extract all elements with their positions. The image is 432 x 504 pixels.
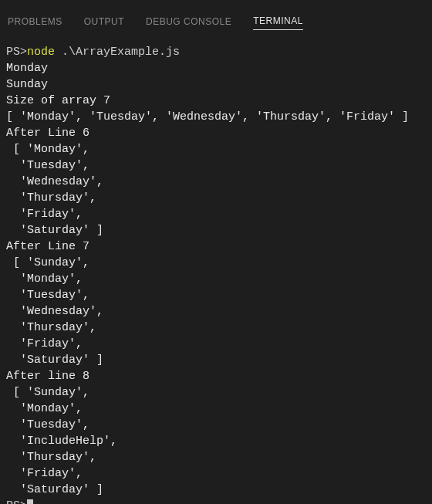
- output-line: 'IncludeHelp',: [6, 435, 117, 448]
- tab-terminal[interactable]: TERMINAL: [253, 15, 303, 30]
- output-line: 'Monday',: [6, 402, 83, 415]
- title-bar: [0, 0, 432, 9]
- output-line: After Line 7: [6, 240, 89, 253]
- output-line: Monday: [6, 62, 48, 75]
- output-line: 'Thursday',: [6, 321, 96, 334]
- tab-output[interactable]: OUTPUT: [84, 16, 124, 30]
- output-line: [ 'Monday',: [6, 143, 89, 156]
- command-node: node: [27, 46, 55, 59]
- output-line: 'Saturday' ]: [6, 483, 103, 496]
- command-arg: .\ArrayExample.js: [55, 46, 180, 59]
- output-line: 'Saturday' ]: [6, 224, 103, 237]
- output-line: 'Wednesday',: [6, 305, 103, 318]
- output-line: After line 8: [6, 370, 89, 383]
- prompt: PS>: [6, 499, 27, 504]
- terminal-body[interactable]: PS>node .\ArrayExample.js Monday Sunday …: [0, 35, 432, 504]
- output-line: 'Wednesday',: [6, 175, 103, 188]
- panel-tabs: PROBLEMS OUTPUT DEBUG CONSOLE TERMINAL: [0, 9, 432, 35]
- prompt: PS>: [6, 46, 27, 59]
- output-line: 'Tuesday',: [6, 289, 89, 302]
- output-line: 'Saturday' ]: [6, 353, 103, 367]
- output-line: After Line 6: [6, 127, 89, 140]
- output-line: 'Monday',: [6, 272, 83, 286]
- output-line: Size of array 7: [6, 94, 110, 107]
- tab-debug-console[interactable]: DEBUG CONSOLE: [146, 16, 231, 30]
- tab-problems[interactable]: PROBLEMS: [8, 16, 62, 30]
- output-line: 'Friday',: [6, 337, 83, 350]
- output-line: 'Tuesday',: [6, 418, 89, 431]
- output-line: 'Thursday',: [6, 451, 96, 464]
- output-line: [ 'Sunday',: [6, 386, 89, 399]
- output-line: [ 'Sunday',: [6, 256, 89, 269]
- output-line: 'Tuesday',: [6, 159, 89, 172]
- cursor: [27, 499, 33, 504]
- output-line: 'Friday',: [6, 467, 83, 480]
- output-line: [ 'Monday', 'Tuesday', 'Wednesday', 'Thu…: [6, 110, 409, 123]
- output-line: 'Thursday',: [6, 191, 96, 205]
- output-line: Sunday: [6, 78, 48, 91]
- output-line: 'Friday',: [6, 208, 83, 221]
